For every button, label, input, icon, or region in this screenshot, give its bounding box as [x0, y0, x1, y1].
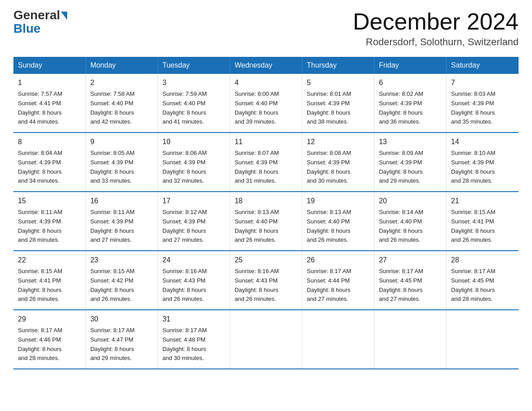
calendar-cell: 22Sunrise: 8:15 AMSunset: 4:41 PMDayligh…: [13, 251, 86, 310]
calendar-cell: 26Sunrise: 8:17 AMSunset: 4:44 PMDayligh…: [302, 251, 374, 310]
calendar-cell: 1Sunrise: 7:57 AMSunset: 4:41 PMDaylight…: [13, 74, 86, 133]
day-info: Sunrise: 8:08 AMSunset: 4:39 PMDaylight:…: [307, 149, 369, 186]
calendar-cell: 30Sunrise: 8:17 AMSunset: 4:47 PMDayligh…: [86, 310, 158, 369]
calendar-cell: 5Sunrise: 8:01 AMSunset: 4:39 PMDaylight…: [302, 74, 374, 133]
day-info: Sunrise: 8:07 AMSunset: 4:39 PMDaylight:…: [235, 149, 297, 186]
calendar-cell: 3Sunrise: 7:59 AMSunset: 4:40 PMDaylight…: [158, 74, 230, 133]
day-number: 17: [163, 196, 225, 207]
month-title: December 2024: [353, 9, 519, 34]
day-number: 4: [235, 77, 297, 89]
day-info: Sunrise: 8:16 AMSunset: 4:43 PMDaylight:…: [235, 267, 297, 304]
day-number: 10: [163, 137, 225, 148]
day-number: 5: [307, 77, 369, 89]
day-number: 30: [90, 314, 153, 325]
day-info: Sunrise: 8:02 AMSunset: 4:39 PMDaylight:…: [379, 90, 442, 127]
day-number: 11: [235, 137, 297, 148]
calendar-cell: 16Sunrise: 8:11 AMSunset: 4:39 PMDayligh…: [86, 192, 158, 251]
location-title: Rodersdorf, Solothurn, Switzerland: [353, 36, 519, 48]
calendar-cell: 7Sunrise: 8:03 AMSunset: 4:39 PMDaylight…: [446, 74, 519, 133]
calendar-cell: 18Sunrise: 8:13 AMSunset: 4:40 PMDayligh…: [230, 192, 302, 251]
day-number: 13: [379, 137, 442, 148]
logo-arrow-icon: [61, 12, 67, 20]
day-info: Sunrise: 8:12 AMSunset: 4:39 PMDaylight:…: [163, 208, 225, 245]
day-info: Sunrise: 8:01 AMSunset: 4:39 PMDaylight:…: [307, 90, 369, 127]
day-info: Sunrise: 7:57 AMSunset: 4:41 PMDaylight:…: [18, 90, 81, 127]
calendar-cell: 2Sunrise: 7:58 AMSunset: 4:40 PMDaylight…: [86, 74, 158, 133]
day-info: Sunrise: 8:03 AMSunset: 4:39 PMDaylight:…: [451, 90, 514, 127]
day-info: Sunrise: 8:16 AMSunset: 4:43 PMDaylight:…: [163, 267, 225, 304]
calendar-week-row: 29Sunrise: 8:17 AMSunset: 4:46 PMDayligh…: [13, 310, 519, 369]
day-number: 29: [18, 314, 81, 325]
calendar-cell: 11Sunrise: 8:07 AMSunset: 4:39 PMDayligh…: [230, 133, 302, 192]
day-info: Sunrise: 8:06 AMSunset: 4:39 PMDaylight:…: [163, 149, 225, 186]
calendar-cell: [302, 310, 374, 369]
day-number: 16: [90, 196, 153, 207]
day-number: 26: [307, 255, 369, 266]
calendar-cell: 15Sunrise: 8:11 AMSunset: 4:39 PMDayligh…: [13, 192, 86, 251]
day-info: Sunrise: 8:17 AMSunset: 4:45 PMDaylight:…: [451, 267, 514, 304]
day-info: Sunrise: 8:04 AMSunset: 4:39 PMDaylight:…: [18, 149, 81, 186]
day-info: Sunrise: 7:58 AMSunset: 4:40 PMDaylight:…: [90, 90, 153, 127]
title-area: December 2024 Rodersdorf, Solothurn, Swi…: [353, 9, 519, 48]
day-info: Sunrise: 8:00 AMSunset: 4:40 PMDaylight:…: [235, 90, 297, 127]
calendar-week-row: 1Sunrise: 7:57 AMSunset: 4:41 PMDaylight…: [13, 74, 519, 133]
day-number: 15: [18, 196, 81, 207]
calendar-cell: 21Sunrise: 8:15 AMSunset: 4:41 PMDayligh…: [446, 192, 519, 251]
day-number: 24: [163, 255, 225, 266]
calendar-cell: 12Sunrise: 8:08 AMSunset: 4:39 PMDayligh…: [302, 133, 374, 192]
day-info: Sunrise: 8:14 AMSunset: 4:40 PMDaylight:…: [379, 208, 442, 245]
day-info: Sunrise: 8:17 AMSunset: 4:47 PMDaylight:…: [90, 326, 153, 363]
day-info: Sunrise: 8:17 AMSunset: 4:46 PMDaylight:…: [18, 326, 81, 363]
calendar-cell: 8Sunrise: 8:04 AMSunset: 4:39 PMDaylight…: [13, 133, 86, 192]
day-info: Sunrise: 8:17 AMSunset: 4:45 PMDaylight:…: [379, 267, 442, 304]
calendar-cell: 13Sunrise: 8:09 AMSunset: 4:39 PMDayligh…: [374, 133, 446, 192]
calendar-cell: 19Sunrise: 8:13 AMSunset: 4:40 PMDayligh…: [302, 192, 374, 251]
logo-general-text: General: [13, 9, 60, 21]
calendar-cell: 28Sunrise: 8:17 AMSunset: 4:45 PMDayligh…: [446, 251, 519, 310]
day-info: Sunrise: 8:17 AMSunset: 4:44 PMDaylight:…: [307, 267, 369, 304]
calendar-cell: [230, 310, 302, 369]
calendar-cell: 20Sunrise: 8:14 AMSunset: 4:40 PMDayligh…: [374, 192, 446, 251]
calendar-cell: 6Sunrise: 8:02 AMSunset: 4:39 PMDaylight…: [374, 74, 446, 133]
calendar-cell: 4Sunrise: 8:00 AMSunset: 4:40 PMDaylight…: [230, 74, 302, 133]
page-header: General Blue December 2024 Rodersdorf, S…: [13, 9, 519, 48]
day-info: Sunrise: 8:15 AMSunset: 4:41 PMDaylight:…: [451, 208, 514, 245]
day-info: Sunrise: 8:15 AMSunset: 4:41 PMDaylight:…: [18, 267, 81, 304]
day-number: 20: [379, 196, 442, 207]
day-number: 2: [90, 77, 153, 89]
logo-blue-text: Blue: [13, 21, 41, 36]
column-header-thursday: Thursday: [302, 57, 374, 74]
calendar-cell: 25Sunrise: 8:16 AMSunset: 4:43 PMDayligh…: [230, 251, 302, 310]
day-number: 23: [90, 255, 153, 266]
day-info: Sunrise: 8:09 AMSunset: 4:39 PMDaylight:…: [379, 149, 442, 186]
day-info: Sunrise: 7:59 AMSunset: 4:40 PMDaylight:…: [163, 90, 225, 127]
day-number: 18: [235, 196, 297, 207]
calendar-week-row: 8Sunrise: 8:04 AMSunset: 4:39 PMDaylight…: [13, 133, 519, 192]
calendar-cell: 23Sunrise: 8:15 AMSunset: 4:42 PMDayligh…: [86, 251, 158, 310]
calendar-cell: 29Sunrise: 8:17 AMSunset: 4:46 PMDayligh…: [13, 310, 86, 369]
day-number: 8: [18, 137, 81, 148]
logo: General Blue: [13, 9, 67, 36]
day-number: 31: [163, 314, 225, 325]
day-info: Sunrise: 8:11 AMSunset: 4:39 PMDaylight:…: [90, 208, 153, 245]
calendar-cell: 10Sunrise: 8:06 AMSunset: 4:39 PMDayligh…: [158, 133, 230, 192]
day-number: 22: [18, 255, 81, 266]
day-info: Sunrise: 8:13 AMSunset: 4:40 PMDaylight:…: [235, 208, 297, 245]
calendar-week-row: 22Sunrise: 8:15 AMSunset: 4:41 PMDayligh…: [13, 251, 519, 310]
day-number: 7: [451, 77, 514, 89]
calendar-cell: 24Sunrise: 8:16 AMSunset: 4:43 PMDayligh…: [158, 251, 230, 310]
day-number: 14: [451, 137, 514, 148]
day-number: 1: [18, 77, 81, 89]
column-header-wednesday: Wednesday: [230, 57, 302, 74]
calendar-table: SundayMondayTuesdayWednesdayThursdayFrid…: [13, 57, 519, 369]
calendar-cell: 17Sunrise: 8:12 AMSunset: 4:39 PMDayligh…: [158, 192, 230, 251]
day-number: 9: [90, 137, 153, 148]
day-info: Sunrise: 8:11 AMSunset: 4:39 PMDaylight:…: [18, 208, 81, 245]
calendar-week-row: 15Sunrise: 8:11 AMSunset: 4:39 PMDayligh…: [13, 192, 519, 251]
calendar-cell: 9Sunrise: 8:05 AMSunset: 4:39 PMDaylight…: [86, 133, 158, 192]
day-number: 21: [451, 196, 514, 207]
day-info: Sunrise: 8:13 AMSunset: 4:40 PMDaylight:…: [307, 208, 369, 245]
calendar-cell: 27Sunrise: 8:17 AMSunset: 4:45 PMDayligh…: [374, 251, 446, 310]
day-info: Sunrise: 8:15 AMSunset: 4:42 PMDaylight:…: [90, 267, 153, 304]
calendar-cell: 31Sunrise: 8:17 AMSunset: 4:48 PMDayligh…: [158, 310, 230, 369]
